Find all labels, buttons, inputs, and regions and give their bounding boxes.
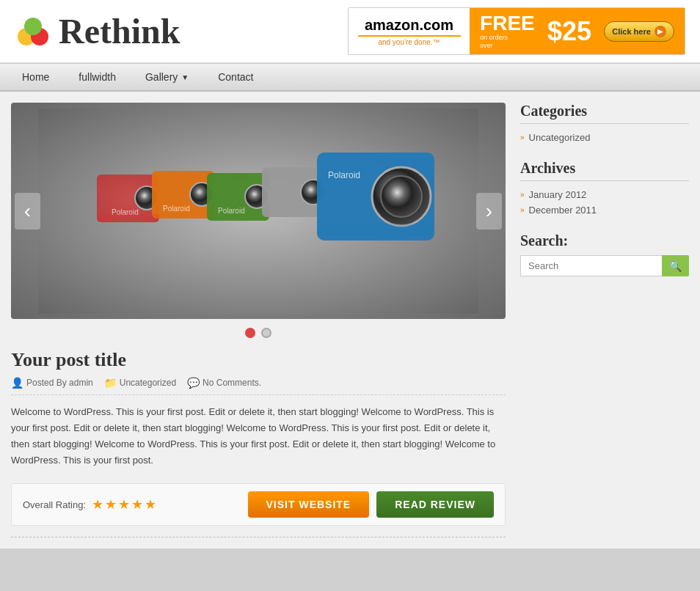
content-wrap: Polaroid Polaroid Polaroid [0,92,700,548]
slider-image: Polaroid Polaroid Polaroid [11,103,506,319]
image-slider: Polaroid Polaroid Polaroid [11,103,506,319]
logo-text: Rethink [59,11,180,51]
nav-item-home[interactable]: Home [7,64,64,90]
category-link-uncategorized[interactable]: » Uncategorized [520,130,689,145]
ad-free: FREE [480,13,535,34]
post-divider [11,537,506,537]
search-heading: Search: [520,232,689,249]
nav-item-contact[interactable]: Contact [203,64,268,90]
user-icon: 👤 [11,377,23,389]
ad-tagline: and you're done.™ [378,38,440,46]
slider-next-button[interactable]: › [476,193,502,230]
ad-price: $25 [547,16,591,47]
chevron-down-icon: ▼ [181,73,189,81]
post-content: Welcome to WordPress. This is your first… [11,404,506,469]
nav-link-gallery[interactable]: Gallery ▼ [131,64,203,90]
main-column: Polaroid Polaroid Polaroid [11,103,506,537]
archives-section: Archives » January 2012 » December 2011 [520,160,689,218]
ad-banner[interactable]: amazon.com and you're done.™ FREE on ord… [348,7,685,55]
categories-section: Categories » Uncategorized [520,103,689,145]
search-button[interactable]: 🔍 [662,255,689,276]
slider-camera-svg: Polaroid Polaroid Polaroid [38,109,478,314]
categories-heading: Categories [520,103,689,124]
search-wrap: 🔍 [520,255,689,276]
meta-comments: 💬 No Comments. [187,377,261,389]
svg-point-2 [24,18,42,35]
ad-click-btn[interactable]: Click here ▶ [604,21,674,42]
svg-point-18 [381,176,422,217]
meta-category: 📁 Uncategorized [104,377,176,389]
post-title: Your post title [11,349,506,371]
bullet-icon: » [520,206,525,214]
bullet-icon: » [520,191,525,199]
search-icon: 🔍 [669,260,682,272]
nav-item-gallery[interactable]: Gallery ▼ [131,64,203,90]
ad-amazon-text: amazon.com [365,17,453,34]
post-footer: Overall Rating: ★★★★★ VISIT WEBSITE READ… [11,483,506,526]
read-review-button[interactable]: READ REVIEW [376,491,494,518]
svg-text:Polaroid: Polaroid [328,170,360,180]
search-input[interactable] [520,255,662,276]
svg-text:Polaroid: Polaroid [218,207,245,215]
ad-btn-label: Click here [612,27,651,36]
sidebar: Categories » Uncategorized Archives » Ja… [520,103,689,537]
rating-section: Overall Rating: ★★★★★ [23,496,158,513]
logo[interactable]: Rethink [15,11,180,51]
post-meta: 👤 Posted By admin 📁 Uncategorized 💬 No C… [11,377,506,395]
nav: Home fullwidth Gallery ▼ Contact [0,63,700,92]
logo-icon [15,13,51,50]
visit-website-button[interactable]: VISIT WEBSITE [248,491,370,518]
header: Rethink amazon.com and you're done.™ FRE… [0,0,700,63]
ad-over: over [480,42,493,49]
rating-label: Overall Rating: [23,499,86,510]
slider-prev-button[interactable]: ‹ [15,193,40,230]
archive-link-jan2012[interactable]: » January 2012 [520,187,689,202]
search-section: Search: 🔍 [520,232,689,276]
comment-icon: 💬 [187,377,200,389]
ad-btn-arrow-icon: ▶ [655,26,666,37]
slider-dot-1[interactable] [245,328,255,338]
meta-author: 👤 Posted By admin [11,377,93,389]
svg-rect-21 [317,223,434,236]
ad-right: FREE on orders over $25 Click here ▶ [470,10,685,54]
nav-link-home[interactable]: Home [7,64,64,90]
svg-rect-20 [97,213,159,222]
bullet-icon: » [520,133,525,142]
archives-heading: Archives [520,160,689,181]
archive-link-dec2011[interactable]: » December 2011 [520,202,689,218]
ad-left: amazon.com and you're done.™ [349,7,470,55]
nav-link-contact[interactable]: Contact [203,64,268,90]
slider-dot-2[interactable] [261,328,271,338]
nav-link-fullwidth[interactable]: fullwidth [64,64,131,90]
svg-text:Polaroid: Polaroid [163,205,190,213]
nav-item-fullwidth[interactable]: fullwidth [64,64,131,90]
folder-icon: 📁 [104,377,117,389]
slider-dots [11,328,506,338]
ad-on-orders: on orders [480,34,508,41]
star-rating: ★★★★★ [92,496,158,513]
